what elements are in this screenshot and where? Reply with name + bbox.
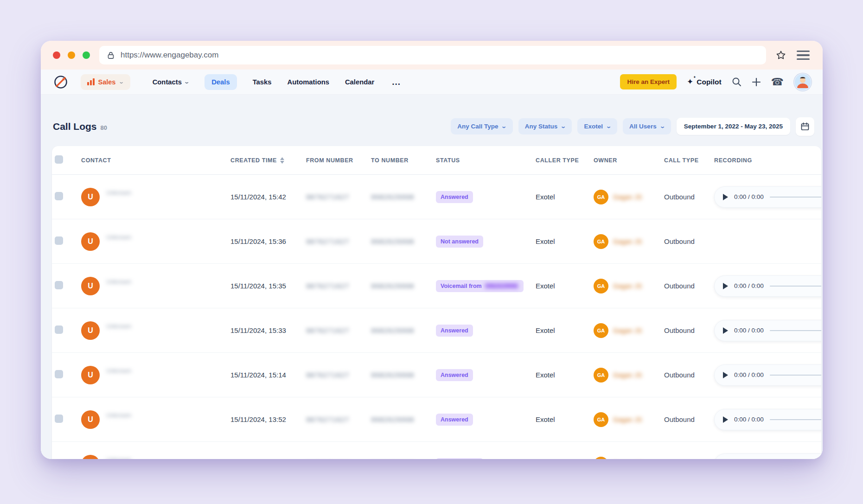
phone-icon[interactable]: ☎ <box>771 77 784 87</box>
row-checkbox[interactable] <box>55 370 63 378</box>
recording-progress-bar[interactable] <box>770 197 821 198</box>
owner-name: Gagan JS <box>613 193 642 201</box>
hire-expert-button[interactable]: Hire an Expert <box>620 74 677 89</box>
close-window-button[interactable] <box>53 51 60 59</box>
row-checkbox[interactable] <box>55 459 63 459</box>
to-number: 9982629998 <box>371 371 414 379</box>
main-nav: Contacts ⌄ Deals Tasks Automations Calen… <box>153 74 375 90</box>
play-button[interactable] <box>723 372 728 378</box>
browser-menu-icon[interactable] <box>796 49 811 62</box>
minimize-window-button[interactable] <box>68 51 75 59</box>
maximize-window-button[interactable] <box>83 51 90 59</box>
nav-item-contacts[interactable]: Contacts ⌄ <box>153 78 189 86</box>
call-type: Outbound <box>664 237 714 245</box>
column-header-created-time[interactable]: CREATED TIME <box>230 157 306 164</box>
desktop-background: https://www.engagebay.com Sales ⌄ <box>0 0 863 504</box>
status-badge: Answered <box>436 414 473 426</box>
owner-name: Gagan JS <box>613 238 642 245</box>
nav-item-tasks[interactable]: Tasks <box>253 78 272 86</box>
row-checkbox[interactable] <box>55 325 63 334</box>
contact-name[interactable]: Unknown <box>106 412 131 419</box>
nav-item-calendar[interactable]: Calendar <box>345 78 374 86</box>
search-icon[interactable] <box>732 77 742 87</box>
owner-avatar: GA <box>594 190 608 204</box>
to-number: 9982629998 <box>371 326 414 334</box>
call-type-filter[interactable]: Any Call Type⌄ <box>451 118 513 134</box>
recording-player: 0:00 / 0:00 <box>714 320 821 341</box>
contact-name[interactable]: Unknown <box>106 189 131 196</box>
play-button[interactable] <box>723 327 728 334</box>
url-text: https://www.engagebay.com <box>121 51 218 60</box>
table-row[interactable]: U Unknown 15/11/2024, 15:33 9876271627 9… <box>52 308 821 353</box>
call-type: Outbound <box>664 282 714 290</box>
nav-more-button[interactable]: ... <box>392 77 401 87</box>
user-avatar[interactable] <box>794 73 812 91</box>
contact-name[interactable]: Unknown <box>106 367 131 374</box>
created-time: 15/11/2024, 15:33 <box>230 326 306 334</box>
sales-menu-dropdown[interactable]: Sales ⌄ <box>81 74 130 90</box>
browser-chrome: https://www.engagebay.com <box>41 41 823 70</box>
recording-player: 0:00 / 0:00 <box>714 364 821 386</box>
row-checkbox[interactable] <box>55 281 63 289</box>
contact-name[interactable]: Unknown <box>106 323 131 330</box>
bar-chart-icon <box>87 78 95 85</box>
select-all-checkbox[interactable] <box>55 155 63 164</box>
contact-avatar: U <box>81 455 100 459</box>
contact-name[interactable]: Unknown <box>106 278 131 285</box>
caller-type: Exotel <box>536 282 594 290</box>
table-row[interactable]: U Unknown 15/11/2024, 15:14 9876271627 9… <box>52 353 821 397</box>
created-time: 15/11/2024, 15:35 <box>230 282 306 290</box>
caller-type: Exotel <box>536 193 594 201</box>
column-header-caller-type: CALLER TYPE <box>536 157 594 164</box>
row-checkbox[interactable] <box>55 415 63 423</box>
users-filter[interactable]: All Users⌄ <box>623 118 671 134</box>
sparkle-icon: ✦ <box>687 78 693 86</box>
row-checkbox[interactable] <box>55 192 63 200</box>
contact-name[interactable]: Unknown <box>106 234 131 241</box>
owner-avatar: GA <box>594 412 608 427</box>
to-number: 9982629998 <box>371 282 414 290</box>
engagebay-logo-icon[interactable] <box>52 73 70 91</box>
copilot-button[interactable]: ✦ Copilot <box>687 78 722 86</box>
caller-type: Exotel <box>536 237 594 245</box>
play-button[interactable] <box>723 416 728 423</box>
owner-name: Gagan JS <box>613 371 642 379</box>
add-new-icon[interactable] <box>752 77 761 87</box>
status-text: Answered <box>441 416 468 423</box>
from-number: 9876271627 <box>306 282 349 290</box>
table-row[interactable]: U Unknown 15/11/2024, 15:35 9876271627 9… <box>52 264 821 308</box>
contact-avatar: U <box>81 277 100 295</box>
owner-name: Gagan JS <box>613 327 642 334</box>
recording-progress-bar[interactable] <box>770 375 821 376</box>
chevron-down-icon: ⌄ <box>560 123 566 129</box>
table-row[interactable]: U Unknown 15/11/2024, 15:36 9876271627 9… <box>52 219 821 264</box>
table-row[interactable]: U Unknown 15/11/2024, 13:49 9876271627 9… <box>52 442 821 459</box>
provider-filter[interactable]: Exotel⌄ <box>577 118 617 134</box>
call-type: Outbound <box>664 371 714 379</box>
recording-progress-bar[interactable] <box>770 419 821 420</box>
recording-progress-bar[interactable] <box>770 286 821 287</box>
nav-item-deals[interactable]: Deals <box>205 74 237 90</box>
status-badge: Answered <box>436 325 473 337</box>
app-navbar: Sales ⌄ Contacts ⌄ Deals Tasks Automatio… <box>41 70 823 95</box>
call-logs-table: CONTACT CREATED TIME FROM NUMBER TO NUMB… <box>52 146 821 459</box>
table-row[interactable]: U Unknown 15/11/2024, 13:52 9876271627 9… <box>52 397 821 442</box>
play-button[interactable] <box>723 283 728 289</box>
record-count: 80 <box>101 124 107 131</box>
table-row[interactable]: U Unknown 15/11/2024, 15:42 9876271627 9… <box>52 175 821 219</box>
column-header-from-number: FROM NUMBER <box>306 157 371 164</box>
table-header-row: CONTACT CREATED TIME FROM NUMBER TO NUMB… <box>52 146 821 175</box>
url-bar[interactable]: https://www.engagebay.com <box>99 46 766 64</box>
bookmark-star-icon[interactable] <box>775 50 786 61</box>
play-button[interactable] <box>723 194 728 200</box>
nav-item-automations[interactable]: Automations <box>288 78 329 86</box>
contact-name[interactable]: Unknown <box>106 456 131 459</box>
status-badge: Voicemail from 9982629998 <box>436 280 524 292</box>
owner-avatar: GA <box>594 457 608 459</box>
status-filter[interactable]: Any Status⌄ <box>518 118 572 134</box>
sort-icon[interactable] <box>280 157 284 164</box>
calendar-button[interactable] <box>796 117 814 136</box>
date-range-picker[interactable]: September 1, 2022 - May 23, 2025 <box>677 118 790 135</box>
recording-progress-bar[interactable] <box>770 330 821 331</box>
row-checkbox[interactable] <box>55 236 63 245</box>
